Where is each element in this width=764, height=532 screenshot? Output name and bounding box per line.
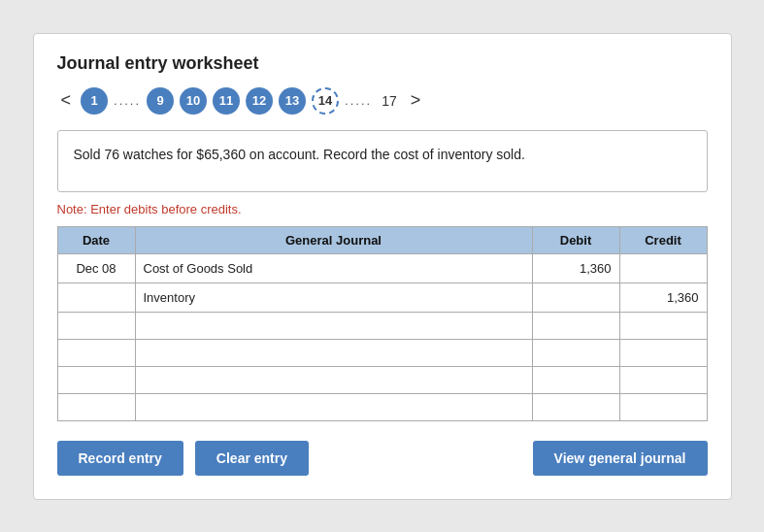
- prev-arrow[interactable]: <: [57, 88, 76, 113]
- record-entry-button[interactable]: Record entry: [57, 441, 183, 476]
- journal-entry-worksheet: Journal entry worksheet < 1 ..... 9 10 1…: [33, 33, 732, 500]
- table-row-debit-2: [532, 312, 619, 339]
- nav-step-1[interactable]: 1: [81, 87, 108, 115]
- table-row-date-4: [57, 366, 135, 393]
- nav-dots-2: .....: [345, 93, 372, 108]
- table-row-account-2: [135, 312, 532, 339]
- table-row-debit-5: [532, 393, 619, 420]
- col-header-credit: Credit: [619, 226, 707, 253]
- description-box: Sold 76 watches for $65,360 on account. …: [57, 130, 708, 192]
- table-row-credit-3: [619, 339, 707, 366]
- table-row-debit-0: 1,360: [532, 253, 619, 283]
- table-row-account-5: [135, 393, 532, 420]
- button-row: Record entry Clear entry View general jo…: [57, 441, 708, 476]
- table-row-date-0: Dec 08: [57, 253, 135, 283]
- table-row-credit-2: [619, 312, 707, 339]
- col-header-date: Date: [57, 226, 135, 253]
- nav-step-10[interactable]: 10: [180, 87, 207, 115]
- table-row-credit-1: 1,360: [619, 283, 707, 312]
- journal-table: Date General Journal Debit Credit Dec 08…: [57, 226, 708, 421]
- table-row-credit-0: [619, 253, 707, 283]
- nav-step-12[interactable]: 12: [246, 87, 273, 115]
- table-row-debit-4: [532, 366, 619, 393]
- table-row-account-4: [135, 366, 532, 393]
- table-row-debit-3: [532, 339, 619, 366]
- next-arrow[interactable]: >: [407, 88, 425, 113]
- nav-step-9[interactable]: 9: [147, 87, 174, 115]
- clear-entry-button[interactable]: Clear entry: [195, 441, 309, 476]
- note-text: Note: Enter debits before credits.: [57, 202, 708, 216]
- col-header-debit: Debit: [532, 226, 619, 253]
- table-row-date-5: [57, 393, 135, 420]
- page-title: Journal entry worksheet: [57, 53, 708, 74]
- table-row-date-2: [57, 312, 135, 339]
- view-general-journal-button[interactable]: View general journal: [533, 441, 708, 476]
- nav-step-17[interactable]: 17: [382, 93, 397, 109]
- table-row-account-3: [135, 339, 532, 366]
- table-row-debit-1: [532, 283, 619, 312]
- nav-step-14-active[interactable]: 14: [312, 87, 339, 115]
- table-row-account-1: Inventory: [135, 283, 532, 312]
- nav-step-11[interactable]: 11: [213, 87, 240, 115]
- nav-step-13[interactable]: 13: [279, 87, 306, 115]
- step-navigator: < 1 ..... 9 10 11 12 13 14 ..... 17 >: [57, 87, 708, 115]
- table-row-date-3: [57, 339, 135, 366]
- col-header-journal: General Journal: [135, 226, 532, 253]
- table-row-credit-4: [619, 366, 707, 393]
- table-row-account-0: Cost of Goods Sold: [135, 253, 532, 283]
- nav-dots-1: .....: [114, 93, 141, 108]
- table-row-date-1: [57, 283, 135, 312]
- table-row-credit-5: [619, 393, 707, 420]
